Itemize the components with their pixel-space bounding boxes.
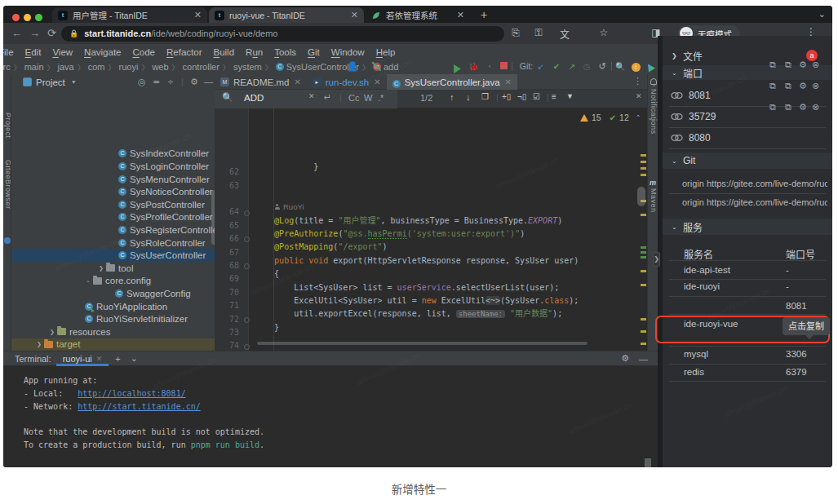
service-name[interactable]: mysql	[684, 349, 708, 359]
terminal-scrollbar[interactable]	[645, 458, 651, 467]
notifications-bell-icon[interactable]	[650, 78, 657, 85]
terminal-link[interactable]: http://localhost:8081/	[78, 389, 185, 398]
menu-code[interactable]: Code	[133, 47, 156, 57]
tab-close-icon[interactable]: ✕	[194, 10, 202, 20]
settings-gear-icon[interactable]: ⚙	[190, 77, 198, 87]
gear-icon[interactable]: ⚙	[799, 81, 807, 91]
breadcrumb-item[interactable]: controller	[183, 62, 219, 72]
service-name[interactable]: ide-ruoyi	[684, 281, 720, 291]
clipboard-icon[interactable]: ⎘	[509, 27, 522, 38]
author-inlay[interactable]: RuoYi	[274, 202, 304, 211]
menu-file[interactable]: File	[3, 47, 14, 57]
tree-item[interactable]: CSysPostController	[11, 198, 215, 211]
reload-icon[interactable]: ⟳	[47, 27, 56, 39]
tree-item[interactable]: CSysProfileController	[11, 211, 215, 224]
add-selection-icon[interactable]: +▯	[502, 92, 511, 101]
tab-close-icon[interactable]: ✕	[351, 10, 358, 20]
git-history-icon[interactable]: ◷	[582, 60, 592, 73]
project-view-title[interactable]: Project	[36, 77, 65, 87]
tree-item-selected[interactable]: CSysUserController	[11, 249, 215, 262]
browser-globe-icon[interactable]	[4, 237, 11, 244]
newline-icon[interactable]: ↵	[324, 92, 331, 103]
match-case-toggle[interactable]: Cc	[348, 93, 359, 103]
debug-icon[interactable]: 🐞	[468, 60, 478, 73]
tree-item[interactable]: CRuoYiApplication	[11, 300, 215, 313]
menu-navigate[interactable]: Navigate	[84, 47, 121, 57]
terminal-dropdown-icon[interactable]: ⌄	[131, 353, 138, 364]
breadcrumb-item[interactable]: main	[24, 62, 44, 72]
build-hammer-icon[interactable]	[371, 60, 381, 73]
tab-close-icon[interactable]: ✕	[457, 10, 464, 20]
port-number[interactable]: 35729	[689, 111, 716, 122]
editor-scrollbar[interactable]	[637, 187, 645, 206]
menu-git[interactable]: Git	[308, 47, 320, 57]
copy-icon[interactable]: ⧉	[785, 60, 791, 70]
prev-match-icon[interactable]: ↑	[450, 92, 454, 102]
tree-item[interactable]: CSysMenuController	[11, 173, 215, 186]
stripe-maven-button[interactable]: Maven	[650, 188, 658, 213]
tree-item[interactable]: ❯target	[11, 338, 215, 351]
tab-search-chevron-icon[interactable]: ⌄	[818, 9, 826, 20]
editor-tab-active[interactable]: CSysUserController.java✕	[387, 74, 517, 90]
tabs-more-icon[interactable]: ⋮	[633, 74, 647, 89]
search-icon[interactable]: 🔍	[222, 92, 233, 103]
tree-item[interactable]: CSysNoticeController	[11, 185, 215, 198]
copy-icon[interactable]: ⧉	[785, 81, 791, 91]
remove-selection-icon[interactable]: ¬▯	[517, 92, 526, 101]
tree-item[interactable]: CSysLoginController	[11, 160, 215, 173]
service-port[interactable]: -	[786, 281, 789, 291]
next-match-icon[interactable]: ↓	[466, 92, 471, 102]
new-tab-button[interactable]: +	[481, 8, 487, 21]
git-update-icon[interactable]: ↙	[536, 60, 546, 73]
select-all-occurrences-icon[interactable]: ☑	[533, 92, 540, 101]
filter-lines-icon[interactable]: ≡	[552, 92, 556, 101]
tree-item[interactable]: ❯tool	[11, 262, 215, 275]
service-name[interactable]: redis	[684, 367, 704, 377]
close-find-bar-icon[interactable]: ✕	[636, 92, 642, 100]
terminal-link[interactable]: http://start.titanide.cn/	[78, 402, 201, 411]
open-in-find-window-icon[interactable]: ❐	[481, 92, 489, 101]
gutter-annotation-icon[interactable]	[244, 237, 250, 242]
next-problem-icon[interactable]: ⌄	[647, 114, 653, 122]
stripe-notifications-button[interactable]: Notifications	[650, 89, 658, 135]
open-external-icon[interactable]: ⧉	[769, 60, 776, 70]
new-terminal-icon[interactable]: +	[115, 354, 120, 364]
terminal-settings-icon[interactable]: ⚙	[621, 353, 629, 364]
editor-tab-readme[interactable]: MREADME.md✕	[215, 74, 307, 90]
git-commit-icon[interactable]: ✔	[552, 60, 561, 73]
gutter-annotation-icon[interactable]	[244, 344, 250, 350]
gear-icon[interactable]: ⚙	[799, 60, 807, 70]
forward-icon[interactable]: →	[29, 27, 40, 39]
search-query[interactable]: ADD	[244, 93, 264, 103]
address-bar[interactable]: 🔒 start.titanide.cn/ide/web/coding/ruoyi…	[61, 26, 504, 42]
chevron-down-icon[interactable]: ▼	[71, 79, 77, 85]
translate-icon[interactable]: 文	[558, 27, 571, 41]
rollback-icon[interactable]: ↺	[597, 60, 607, 73]
tree-item[interactable]: ⌄core.config	[11, 275, 215, 288]
stripe-project-button[interactable]: Project	[4, 113, 11, 139]
editor-hscrollbar[interactable]	[257, 342, 587, 345]
prev-problem-icon[interactable]: ⌃	[636, 114, 641, 122]
tree-item[interactable]: CSwaggerConfig	[11, 287, 215, 300]
breadcrumb-item[interactable]: com	[88, 62, 105, 72]
regex-toggle[interactable]: .*	[378, 93, 384, 103]
filter-funnel-icon[interactable]: ▼	[566, 92, 574, 100]
port-number[interactable]: 8081	[689, 90, 711, 101]
close-circle-icon[interactable]: ⊗	[812, 102, 819, 113]
user-dropdown-icon[interactable]: 👤▾	[347, 60, 357, 73]
menu-build[interactable]: Build	[214, 47, 235, 57]
open-external-icon[interactable]: ⧉	[769, 102, 776, 113]
menu-view[interactable]: View	[52, 47, 73, 57]
hide-terminal-icon[interactable]: —	[639, 354, 648, 364]
terminal-tab[interactable]: ruoyi-ui✕	[60, 351, 106, 366]
menu-edit[interactable]: Edit	[25, 47, 42, 57]
service-port[interactable]: -	[786, 265, 789, 275]
service-name[interactable]: ide-api-test	[684, 265, 730, 275]
code-viewport[interactable]: } RuoYi @Log(title = "用户管理", businessTyp…	[250, 108, 647, 351]
gear-icon[interactable]: ⚙	[799, 102, 807, 113]
macos-minimize-button[interactable]	[24, 14, 31, 21]
close-circle-icon[interactable]: ⊗	[812, 81, 819, 91]
error-stripe[interactable]	[640, 108, 647, 351]
breadcrumb-item[interactable]: system	[233, 62, 262, 72]
breadcrumb-item[interactable]: src	[3, 62, 11, 72]
